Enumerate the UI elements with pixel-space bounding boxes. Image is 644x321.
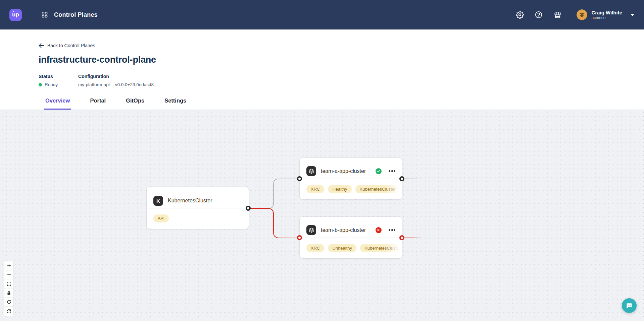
tag-xrc: XRC [306,185,324,193]
tab-overview[interactable]: Overview [44,98,71,110]
handle-team-a-right[interactable] [399,176,404,181]
logo-text: up [12,11,19,18]
fit-view-button[interactable] [4,279,13,288]
handle-team-b-right[interactable] [399,235,404,240]
user-name: Craig Wilhite [591,10,622,16]
tag-healthy: Healthy [328,185,351,193]
configuration-version: v0.0.0+23.0edacd8 [115,82,154,87]
node-title: KubernetesCluster [168,198,243,204]
control-plane-title: infrastructure-control-plane [39,55,644,65]
lock-button[interactable] [4,288,13,298]
tab-settings[interactable]: Settings [163,98,188,110]
node-title: team-b-app-cluster [321,227,371,233]
chat-bubble-icon [626,302,633,309]
settings-gear-icon[interactable] [515,10,524,19]
status-value: Ready [45,82,58,87]
node-title: team-a-app-cluster [321,168,371,174]
handle-team-b-left[interactable] [297,235,302,240]
configuration-label: Configuration [78,74,154,79]
tag-kubernetescluster: KubernetesCluster [355,185,400,193]
configuration-block: Configuration my-platform-api v0.0.0+23.… [68,74,164,87]
handle-team-a-left[interactable] [297,176,302,181]
marketplace-icon[interactable] [553,10,562,19]
layers-icon [306,225,316,235]
graph-canvas[interactable]: K KubernetesCluster API team-a-app-clust… [0,110,644,321]
tag-api: API [153,214,169,222]
edge-k-to-team-b [248,208,300,238]
status-label: Status [39,74,58,79]
tag-xrc: XRC [306,244,324,252]
rotate-button[interactable] [4,298,13,307]
node-team-a-app-cluster[interactable]: team-a-app-cluster XRC Healthy Kubernete… [300,158,402,199]
edge-k-to-team-a [248,179,300,208]
tag-kubernetescluster: KubernetesCluster [360,244,402,252]
graph-edges [0,110,644,321]
zoom-out-button[interactable] [4,270,13,279]
back-link-label: Back to Control Planes [47,43,95,48]
node-team-b-app-cluster[interactable]: team-b-app-cluster XRC Unhealthy Kuberne… [300,217,402,258]
user-org: acmeco [591,16,622,20]
tab-bar: Overview Portal GitOps Settings [44,98,188,110]
chevron-down-icon [630,12,635,18]
page-title-navbar: Control Planes [54,11,98,18]
apps-grid-icon[interactable] [41,11,48,18]
page-header: Back to Control Planes infrastructure-co… [0,29,644,110]
healthy-check-badge [376,168,382,174]
user-menu[interactable]: Craig Wilhite acmeco [577,9,635,20]
logo-dot [13,11,14,12]
layers-icon [306,166,316,176]
more-menu-icon[interactable] [388,169,396,173]
unhealthy-x-badge [376,227,382,233]
node-kubernetescluster[interactable]: K KubernetesCluster API [147,187,249,229]
letter-k-icon: K [153,196,163,206]
back-link[interactable]: Back to Control Planes [39,29,95,48]
arrow-left-icon [39,43,44,48]
tag-unhealthy: Unhealthy [328,244,356,252]
upbound-logo[interactable]: up [9,9,22,21]
sync-button[interactable] [4,307,13,316]
help-icon[interactable] [534,10,543,19]
tab-gitops[interactable]: GitOps [125,98,146,110]
tab-portal[interactable]: Portal [89,98,107,110]
canvas-controls [4,261,13,316]
configuration-name[interactable]: my-platform-api [78,82,110,87]
avatar [577,9,587,20]
chat-launcher-button[interactable] [622,298,637,313]
status-block: Status Ready [39,74,68,87]
more-menu-icon[interactable] [388,228,396,232]
handle-kubernetescluster-right[interactable] [246,206,251,211]
status-dot [39,83,42,86]
zoom-in-button[interactable] [4,261,13,270]
meta-row: Status Ready Configuration my-platform-a… [39,74,644,87]
top-navbar: up Control Planes [0,0,644,29]
